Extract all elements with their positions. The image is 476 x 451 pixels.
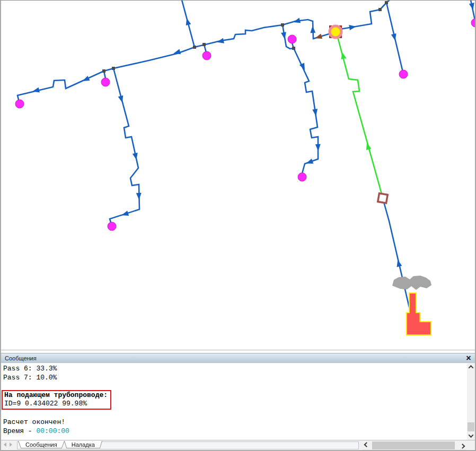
tab-prev-icon[interactable] [4, 443, 6, 447]
calc-time: 00:00:00 [36, 427, 69, 435]
vertical-scroll-thumb[interactable] [468, 422, 474, 431]
smoke-cloud [392, 276, 431, 290]
scroll-right-button[interactable] [459, 441, 466, 449]
messages-log[interactable]: Pass 6: 33.3% Pass 7: 10.0% На подающем … [1, 363, 467, 440]
bottom-tab-bar: Сообщения Наладка [1, 440, 475, 449]
junction-node[interactable] [281, 23, 284, 26]
consumer-node[interactable] [202, 51, 211, 60]
messages-panel-title: Сообщения [5, 355, 37, 361]
log-line-warning-value: ID=9 0.434022 99.98% [4, 400, 110, 409]
junction-node[interactable] [292, 47, 295, 50]
consumer-node[interactable] [399, 70, 408, 78]
flow-arrow-icon [310, 26, 316, 33]
scroll-down-button[interactable] [467, 432, 475, 440]
log-line: Расчет окончен! [3, 418, 467, 427]
boiler-building[interactable] [407, 293, 431, 335]
pipe[interactable] [110, 68, 139, 226]
messages-panel-header: Сообщения × [1, 353, 475, 363]
horizontal-scroll-thumb[interactable] [372, 441, 455, 449]
junction-node[interactable] [193, 46, 196, 49]
flow-arrow-icon [136, 193, 142, 200]
network-map[interactable] [1, 1, 475, 350]
time-label: Время - [3, 427, 36, 435]
pipe[interactable] [383, 198, 409, 307]
consumer-node[interactable] [298, 173, 306, 181]
tab-next-icon[interactable] [10, 443, 12, 447]
warning-highlight-box: На подающем трубопроводе: ID=9 0.434022 … [2, 390, 111, 410]
source-node[interactable] [330, 26, 341, 38]
consumer-node[interactable] [108, 222, 116, 231]
vertical-scrollbar[interactable] [467, 363, 475, 440]
tab-nav-arrows [4, 443, 12, 447]
log-line-blank [3, 410, 467, 419]
flow-arrow-icon [314, 33, 322, 41]
flow-arrow-icon [82, 76, 90, 84]
log-line: Pass 6: 33.3% [3, 365, 467, 374]
flow-arrow-icon [118, 95, 125, 103]
network-map-canvas[interactable] [1, 1, 475, 350]
pipe-highlighted[interactable] [338, 37, 383, 198]
flow-arrow-icon [184, 17, 191, 25]
junction-node[interactable] [378, 8, 382, 11]
consumer-node[interactable] [471, 19, 475, 27]
close-icon[interactable]: × [464, 353, 473, 363]
chevron-right-icon [460, 444, 465, 449]
tab-messages[interactable]: Сообщения [20, 441, 63, 449]
tab-naladka-label: Наладка [72, 441, 95, 448]
pipe[interactable] [340, 1, 390, 29]
log-line-time: Время - 00:00:00 [3, 427, 467, 436]
scroll-left-button[interactable] [363, 441, 371, 449]
horizontal-scrollbar[interactable] [363, 441, 466, 450]
junction-node[interactable] [102, 69, 105, 73]
consumer-node[interactable] [288, 35, 296, 43]
flow-arrow-icon [121, 210, 129, 218]
chevron-left-icon [364, 442, 369, 447]
app-window: Сообщения × Pass 6: 33.3% Pass 7: 10.0% … [0, 0, 476, 451]
log-line: Pass 7: 10.0% [3, 374, 467, 383]
consumer-node[interactable] [101, 78, 110, 86]
junction-node[interactable] [385, 1, 388, 4]
junction-node[interactable] [202, 43, 206, 46]
flow-arrow-icon [339, 51, 346, 59]
tab-naladka[interactable]: Наладка [66, 441, 100, 449]
chevron-down-icon [469, 432, 474, 438]
consumer-node[interactable] [15, 100, 24, 108]
flow-arrow-icon [305, 158, 314, 166]
valve-square-node[interactable] [378, 193, 388, 204]
flow-arrow-icon [32, 87, 40, 94]
log-line-warning-title: На подающем трубопроводе: [4, 391, 110, 400]
tab-messages-label: Сообщения [25, 441, 57, 448]
flow-arrow-icon [315, 144, 321, 151]
scroll-up-button[interactable] [467, 363, 475, 371]
flow-arrow-icon [391, 33, 398, 41]
chevron-up-icon [469, 365, 474, 370]
junction-node[interactable] [112, 67, 115, 70]
